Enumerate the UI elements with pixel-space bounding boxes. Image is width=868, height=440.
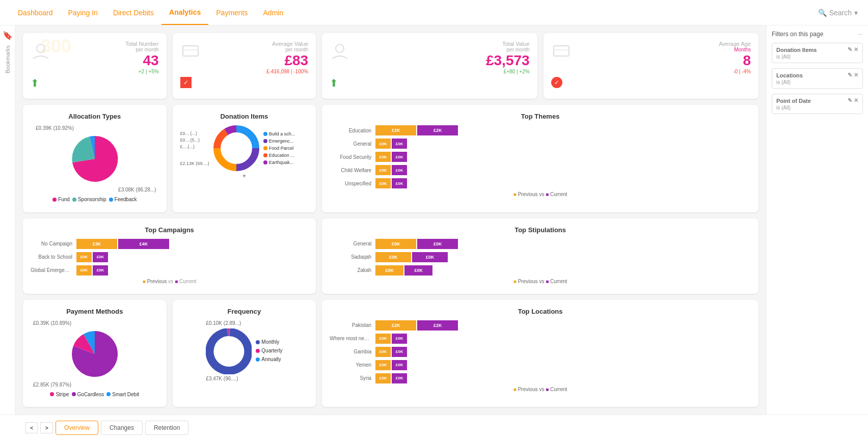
filter-locations-value: is (All)	[776, 79, 858, 85]
nav-dashboard[interactable]: Dashboard	[10, 0, 61, 25]
filter-locations[interactable]: Locations ✎ ✕ is (All)	[772, 68, 863, 89]
allocation-types-card: Allocation Types £0.39K (10.92%) £3.0	[23, 105, 167, 212]
top-themes-card: Top Themes Education £2K £2K General £0K…	[322, 105, 758, 212]
tab-nav-next[interactable]: >	[40, 422, 52, 433]
top-stipulations-card: Top Stipulations General £0K £0K Sadaqah…	[322, 218, 758, 294]
filter-donation-items-value: is (All)	[776, 54, 858, 60]
top-campaigns-title: Top Campaigns	[31, 226, 308, 234]
tab-navigation: < >	[25, 422, 53, 433]
tab-overview[interactable]: Overview	[56, 421, 98, 435]
total-value-trend-icon: ⬆	[330, 77, 338, 89]
top-locations-legend: ■ Previous vs ■ Current	[330, 387, 751, 392]
total-value-value: £3,573	[330, 52, 529, 69]
payment-methods-legend: Stripe GoCardless Smart Debit	[50, 392, 139, 397]
total-value-card: Total Value per month £3,573 £+80 | +2% …	[322, 33, 537, 99]
tab-nav-prev[interactable]: <	[25, 422, 38, 433]
donation-items-card: Donation Items £0... (...) £0....(5...) …	[173, 105, 316, 212]
average-age-change: -0 | -4%	[551, 69, 751, 74]
donation-items-title: Donation Items	[180, 113, 309, 120]
search-label: Search	[829, 9, 852, 17]
average-age-sublabel: Months	[551, 47, 751, 52]
nav-paying-in[interactable]: Paying In	[61, 0, 105, 25]
nav-admin[interactable]: Admin	[256, 0, 291, 25]
filter-locations-close-icon[interactable]: ✕	[854, 72, 858, 78]
filter-donation-items[interactable]: Donation Items ✎ ✕ is (All)	[772, 43, 863, 63]
top-locations-chart: Pakistan £2K £2K Where most need... £0K …	[330, 320, 751, 383]
total-number-change: +2 | +5%	[31, 69, 159, 74]
svg-point-7	[218, 340, 240, 363]
total-value-change: £+80 | +2%	[330, 69, 529, 74]
svg-rect-4	[554, 46, 569, 56]
average-age-card: Average Age Months 8 -0 | -4% ✓	[544, 33, 758, 99]
filter-locations-edit-icon[interactable]: ✎	[848, 72, 852, 78]
top-stipulations-legend: ■ Previous vs ■ Current	[330, 279, 751, 284]
average-value-icon	[180, 41, 201, 61]
filter-donation-items-label: Donation Items	[776, 47, 817, 53]
average-age-icon	[551, 41, 572, 61]
filter-header-label: Filters on this page	[772, 31, 823, 38]
nav-direct-debits[interactable]: Direct Debits	[105, 0, 161, 25]
svg-point-6	[224, 136, 249, 160]
allocation-types-title: Allocation Types	[31, 113, 159, 120]
filter-point-of-date[interactable]: Point of Date ✎ ✕ is (All)	[772, 94, 863, 114]
filter-point-of-date-close-icon[interactable]: ✕	[854, 97, 858, 104]
allocation-types-legend: Fund Sponsorship Feedback	[52, 197, 137, 202]
chevron-down-icon: ▾	[854, 9, 858, 17]
svg-rect-1	[183, 46, 198, 56]
total-value-icon	[330, 41, 350, 61]
bookmarks-label: Bookmarks	[5, 45, 11, 73]
content-area: 300 Total Number per month 43 +2 | +5% ⬆…	[15, 25, 766, 415]
allocation-types-chart	[62, 131, 128, 187]
payment-methods-title: Payment Methods	[31, 308, 159, 315]
average-value-card: Average Value per month £83 £-416,098 | …	[173, 33, 316, 99]
top-locations-title: Top Locations	[330, 308, 751, 315]
payment-methods-card: Payment Methods £0.39K (10.89%) £2.85K (…	[23, 300, 167, 407]
average-value-change: £-416,098 | -100%	[180, 69, 309, 74]
total-number-card: 300 Total Number per month 43 +2 | +5% ⬆	[23, 33, 167, 99]
filter-donation-items-close-icon[interactable]: ✕	[854, 46, 858, 53]
frequency-card: Frequency £0.10K (2.89...)	[173, 300, 316, 407]
top-themes-chart: Education £2K £2K General £0K £0K Food S…	[330, 125, 751, 188]
search-icon: 🔍	[818, 9, 827, 17]
filter-point-of-date-value: is (All)	[776, 105, 858, 111]
tab-changes[interactable]: Changes	[101, 421, 143, 435]
top-stipulations-title: Top Stipulations	[330, 226, 751, 234]
top-campaigns-legend: ■ Previous vs ■ Current	[31, 279, 308, 284]
donation-items-chart	[213, 125, 259, 171]
filter-header: Filters on this page ···	[772, 31, 863, 38]
payment-methods-chart	[62, 326, 128, 382]
top-campaigns-chart: No Campaign £3K £4K Back to School £0K £…	[31, 239, 308, 276]
filter-locations-label: Locations	[776, 72, 803, 78]
bookmark-icon: 🔖	[3, 31, 13, 40]
filter-menu-icon[interactable]: ···	[858, 31, 863, 38]
filter-point-of-date-label: Point of Date	[776, 98, 811, 104]
right-panel: Filters on this page ··· Donation Items …	[766, 25, 868, 415]
nav-analytics[interactable]: Analytics	[161, 0, 208, 25]
top-locations-card: Top Locations Pakistan £2K £2K Where mos…	[322, 300, 758, 407]
frequency-chart	[206, 328, 252, 374]
nav-payments[interactable]: Payments	[208, 0, 255, 25]
average-age-value: 8	[551, 52, 751, 69]
tab-retention[interactable]: Retention	[145, 421, 188, 435]
total-number-trend-icon: ⬆	[31, 77, 39, 89]
total-value-sublabel: per month	[330, 47, 529, 52]
main-layout: 🔖 Bookmarks 300 Total Number per month 4…	[0, 25, 868, 415]
top-themes-title: Top Themes	[330, 113, 751, 120]
frequency-title: Frequency	[180, 308, 309, 315]
svg-point-3	[336, 44, 344, 52]
average-age-trend-icon: ✓	[551, 77, 562, 88]
bookmarks-sidebar: 🔖 Bookmarks	[0, 25, 15, 415]
filter-point-of-date-edit-icon[interactable]: ✎	[848, 97, 852, 104]
top-themes-legend: ■ Previous vs ■ Current	[330, 191, 751, 197]
top-stipulations-chart: General £0K £0K Sadaqah £0K £0K Zakah £0…	[330, 239, 751, 276]
search-button[interactable]: 🔍 Search ▾	[818, 9, 858, 17]
total-value-label: Total Value	[330, 41, 529, 47]
filter-donation-items-edit-icon[interactable]: ✎	[848, 46, 852, 53]
top-campaigns-card: Top Campaigns No Campaign £3K £4K Back t…	[23, 218, 316, 294]
top-navigation: Dashboard Paying In Direct Debits Analyt…	[0, 0, 868, 25]
average-value-trend-icon: ✓	[180, 77, 192, 88]
bottom-tabs: < > Overview Changes Retention	[0, 415, 868, 440]
average-age-label: Average Age	[551, 41, 751, 47]
